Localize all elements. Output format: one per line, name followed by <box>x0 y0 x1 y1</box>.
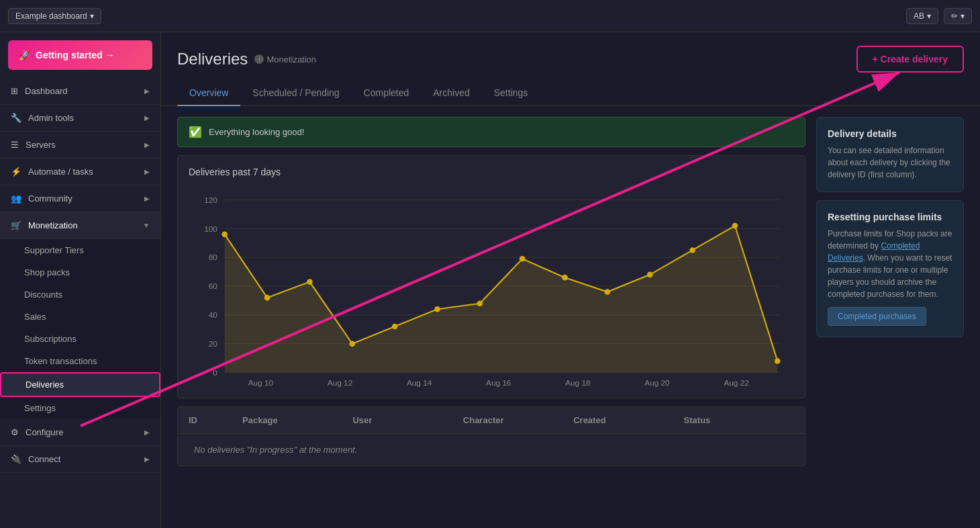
sidebar-item-supporter-tiers[interactable]: Supporter Tiers <box>0 239 160 261</box>
tab-completed[interactable]: Completed <box>352 81 422 106</box>
sidebar-item-connect[interactable]: 🔌 Connect ▶ <box>0 446 160 473</box>
table-empty-message: No deliveries "In progress" at the momen… <box>178 434 805 466</box>
svg-text:60: 60 <box>209 281 218 290</box>
sidebar-item-shop-packs[interactable]: Shop packs <box>0 261 160 283</box>
info-icon[interactable]: i <box>254 54 264 64</box>
ab-btn[interactable]: AB ▾ <box>906 8 938 24</box>
chevron-right-icon: ▶ <box>144 455 150 463</box>
page-title: Deliveries <box>177 50 248 69</box>
chevron-right-icon: ▶ <box>144 195 150 202</box>
svg-point-27 <box>434 306 440 312</box>
sidebar-item-token-transactions[interactable]: Token transactions <box>0 350 160 372</box>
getting-started-button[interactable]: 🚀 Getting started → <box>8 40 152 70</box>
svg-point-35 <box>775 358 781 364</box>
edit-btn[interactable]: ✏ ▾ <box>944 8 972 24</box>
resetting-title: Resetting purchase limits <box>828 212 952 222</box>
app-title: Example dashboard <box>15 11 87 21</box>
delivery-details-card: Delivery details You can see detailed in… <box>816 117 964 192</box>
status-bar: ✅ Everything looking good! <box>177 117 805 147</box>
svg-text:80: 80 <box>209 253 218 261</box>
connect-icon: 🔌 <box>11 454 21 464</box>
svg-text:20: 20 <box>209 339 218 348</box>
sidebar-item-settings[interactable]: Settings <box>0 397 160 419</box>
svg-point-31 <box>605 289 611 295</box>
check-icon: ✅ <box>189 126 202 138</box>
svg-point-34 <box>732 223 738 229</box>
main-column: ✅ Everything looking good! Deliveries pa… <box>177 117 805 517</box>
automate-icon: ⚡ <box>11 167 21 177</box>
dashboard-icon: ⊞ <box>11 86 18 96</box>
completed-purchases-button[interactable]: Completed purchases <box>828 307 926 326</box>
monetization-submenu: Supporter Tiers Shop packs Discounts Sal… <box>0 239 160 419</box>
table-header: ID Package User Character Created Status <box>178 407 805 434</box>
sidebar: 🚀 Getting started → ⊞ Dashboard ▶ 🔧 Admi… <box>0 32 161 528</box>
sidebar-item-dashboard[interactable]: ⊞ Dashboard ▶ <box>0 78 160 105</box>
app-title-btn[interactable]: Example dashboard ▾ <box>8 8 101 24</box>
svg-text:100: 100 <box>204 224 217 233</box>
delivery-details-title: Delivery details <box>828 128 952 139</box>
chevron-right-icon: ▶ <box>144 114 150 122</box>
resetting-purchase-limits-card: Resetting purchase limits Purchase limit… <box>816 200 964 337</box>
chart-svg: 120 100 80 60 40 20 0 Aug 10 Aug 12 Aug … <box>189 185 794 387</box>
col-id: ID <box>189 415 242 425</box>
svg-text:Aug 18: Aug 18 <box>565 378 591 387</box>
sidebar-item-configure[interactable]: ⚙ Configure ▶ <box>0 419 160 446</box>
layout: 🚀 Getting started → ⊞ Dashboard ▶ 🔧 Admi… <box>0 32 980 528</box>
sidebar-item-discounts[interactable]: Discounts <box>0 283 160 306</box>
svg-point-26 <box>392 324 398 330</box>
svg-point-32 <box>647 272 653 278</box>
content-area: ✅ Everything looking good! Deliveries pa… <box>161 106 980 528</box>
topbar-left: Example dashboard ▾ <box>8 8 101 24</box>
deliveries-table: ID Package User Character Created Status… <box>177 406 805 466</box>
svg-point-33 <box>689 247 695 253</box>
sidebar-item-community[interactable]: 👥 Community ▶ <box>0 185 160 212</box>
create-delivery-button[interactable]: + Create delivery <box>856 46 964 73</box>
svg-point-23 <box>264 295 271 301</box>
delivery-details-text: You can see detailed information about e… <box>828 144 952 181</box>
topbar-right: AB ▾ ✏ ▾ <box>906 8 972 24</box>
sidebar-item-monetization[interactable]: 🛒 Monetization ▼ <box>0 212 160 239</box>
col-character: Character <box>463 415 573 425</box>
col-created: Created <box>573 415 683 425</box>
svg-text:Aug 20: Aug 20 <box>644 378 670 387</box>
chevron-right-icon: ▶ <box>144 168 150 175</box>
side-column: Delivery details You can see detailed in… <box>816 117 964 517</box>
configure-icon: ⚙ <box>11 427 19 437</box>
sidebar-item-admin-tools[interactable]: 🔧 Admin tools ▶ <box>0 105 160 132</box>
dropdown-icon-ab: ▾ <box>927 11 931 21</box>
community-icon: 👥 <box>11 193 21 204</box>
tab-settings[interactable]: Settings <box>482 81 540 106</box>
tab-overview[interactable]: Overview <box>177 81 240 106</box>
rocket-icon: 🚀 <box>19 50 30 60</box>
sidebar-item-servers[interactable]: ☰ Servers ▶ <box>0 132 160 159</box>
chart-container: Deliveries past 7 days 120 <box>177 155 805 398</box>
svg-point-25 <box>349 341 355 347</box>
chart-title: Deliveries past 7 days <box>189 167 794 177</box>
sidebar-item-automate-tasks[interactable]: ⚡ Automate / tasks ▶ <box>0 159 160 185</box>
col-user: User <box>352 415 462 425</box>
svg-point-24 <box>307 279 313 285</box>
tab-archived[interactable]: Archived <box>421 81 481 106</box>
dropdown-icon: ▾ <box>90 11 94 21</box>
tab-scheduled-pending[interactable]: Scheduled / Pending <box>240 81 351 106</box>
servers-icon: ☰ <box>11 140 19 150</box>
sidebar-item-deliveries[interactable]: Deliveries <box>0 372 160 397</box>
svg-text:40: 40 <box>209 310 218 319</box>
sidebar-item-subscriptions[interactable]: Subscriptions <box>0 328 160 350</box>
svg-text:Aug 12: Aug 12 <box>328 378 352 387</box>
chevron-right-icon: ▶ <box>144 429 150 436</box>
chevron-right-icon: ▶ <box>144 87 150 95</box>
topbar: Example dashboard ▾ AB ▾ ✏ ▾ <box>0 0 980 32</box>
svg-text:Aug 16: Aug 16 <box>486 378 511 387</box>
svg-marker-21 <box>225 226 778 373</box>
page-header: Deliveries i Monetization + Create deliv… <box>161 32 980 73</box>
resetting-text: Purchase limits for Shop packs are deter… <box>828 228 952 300</box>
svg-point-30 <box>562 275 568 281</box>
monetization-icon: 🛒 <box>11 220 21 230</box>
col-status: Status <box>684 415 794 425</box>
tabs-bar: Overview Scheduled / Pending Completed A… <box>161 73 980 106</box>
main-content: Deliveries i Monetization + Create deliv… <box>161 32 980 528</box>
svg-text:120: 120 <box>204 195 217 204</box>
sidebar-item-sales[interactable]: Sales <box>0 306 160 328</box>
chevron-right-icon: ▶ <box>144 141 150 148</box>
